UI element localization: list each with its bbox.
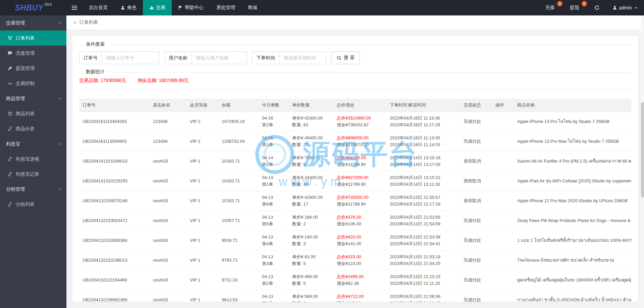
nav-help-center[interactable]: 帮助中心	[172, 0, 210, 15]
search-button[interactable]: 搜 索	[331, 51, 360, 64]
withdraw-button[interactable]: 提现 0	[564, 0, 588, 15]
sidebar-group-trade-label: 交易管理	[6, 20, 25, 26]
cell-day-orders: 04-13 第3单	[259, 250, 289, 270]
breadcrumb: » 订单列表	[66, 15, 644, 30]
sidebar-group-goods[interactable]: 商品管理	[0, 91, 66, 106]
sidebar-item-withdraw-label: 提现管理	[16, 65, 35, 72]
sidebar-group-grouping[interactable]: 分组管理	[0, 182, 66, 197]
nav-help-center-label: 帮助中心	[185, 5, 204, 11]
user-name-input[interactable]	[192, 51, 247, 64]
transactions-icon	[149, 5, 154, 10]
nav-system[interactable]: 系统管理	[210, 0, 241, 15]
cell-times: 2023年04月13日 21:10:15 2023年04月13日 21:11:2…	[386, 270, 460, 290]
order-time-input[interactable]	[279, 51, 326, 64]
search-button-label: 搜 索	[344, 55, 355, 61]
table-row: UB2304132153369384 ceshi33 VIP 1 9916.71…	[79, 230, 631, 250]
page-title: 订单列表	[79, 19, 98, 26]
cell-total-commission: 总价¥3510900.00 佣金¥736302.62	[333, 112, 386, 131]
nav-system-label: 系统管理	[216, 5, 235, 11]
sidebar-item-group-list-label: 分组列表	[16, 202, 35, 208]
cell-balance: 9613.53	[218, 290, 259, 302]
sidebar-item-recharge[interactable]: 充值管理	[0, 46, 66, 61]
cell-total-commission: 总价¥68310.00 佣金¥11789.90	[333, 151, 386, 171]
order-table-body: UB2304161115454263 123456 VIP 2 1472605.…	[79, 112, 631, 302]
nav-mall[interactable]: 商城	[241, 0, 264, 15]
page-scrollbar[interactable]	[641, 15, 644, 308]
cell-real-name: ceshi33	[150, 230, 186, 250]
sidebar-item-withdraw[interactable]: 提现管理	[0, 61, 66, 76]
cell-price-qty: 单价¥ 140.00 数量: 3	[289, 230, 333, 250]
sidebar-item-group-list[interactable]: 分组列表	[0, 197, 66, 212]
sidebar-item-interest-options[interactable]: 利息宝选项	[0, 151, 66, 167]
order-no-label: 订单号	[79, 51, 102, 64]
order-list-card: 条件搜索 订单号 用户名称 下单时间 搜 索	[72, 36, 638, 302]
cell-status: 完成付款	[460, 250, 492, 270]
cell-level: VIP 1	[186, 230, 218, 250]
cell-price-qty: 单价¥ 42900.00 数量: 17	[289, 191, 333, 211]
person-icon	[120, 5, 125, 10]
cell-real-name: ceshi33	[150, 290, 186, 302]
table-row: UB2304141315169023 ceshi33 VIP 1 10163.7…	[79, 151, 631, 171]
cell-balance: 1338732.04	[218, 131, 259, 151]
cell-total-commission: 总价¥908000.00 佣金¥133873.20	[333, 131, 386, 151]
sidebar-item-interest-records[interactable]: 利息宝记录	[0, 167, 66, 182]
nav-transactions[interactable]: 交易	[143, 0, 172, 15]
cell-actions	[492, 290, 514, 302]
nav-dashboard[interactable]: 后台首页	[83, 0, 114, 15]
cell-actions	[492, 112, 514, 131]
breadcrumb-chevrons-icon: »	[73, 19, 76, 26]
sidebar-item-goods-list[interactable]: 商品列表	[0, 106, 66, 121]
cell-level: VIP 1	[186, 270, 218, 290]
col-balance: 余额	[218, 99, 259, 112]
nav-roles[interactable]: 角色	[114, 0, 143, 15]
cell-times: 2023年04月13日 21:53:55 2023年04月13日 21:54:5…	[386, 211, 460, 230]
sidebar-toggle[interactable]	[66, 0, 83, 15]
sidebar-item-trade-control[interactable]: 交易控制	[0, 76, 66, 91]
recharge-button[interactable]: 充值 0	[539, 0, 564, 15]
scrollbar-thumb[interactable]	[641, 102, 644, 197]
sidebar-item-orders[interactable]: 订单列表	[0, 31, 66, 46]
user-name-label: 用户名称	[164, 51, 192, 64]
cell-total-commission: 总价¥2495.00 佣金¥62.38	[333, 270, 386, 290]
cell-order-no: UB2304141315169023	[79, 151, 150, 171]
cell-status: 系统取消	[460, 191, 492, 211]
cell-price-qty: 单价¥ 24400.00 数量: 38	[289, 171, 333, 191]
control-icon	[7, 81, 12, 86]
order-no-input[interactable]	[102, 51, 159, 64]
cell-price-qty: 单价¥ 45400.00 数量: 20	[289, 131, 333, 151]
sidebar-item-goods-category[interactable]: 商品分类	[0, 121, 66, 136]
cell-real-name: ceshi33	[150, 211, 186, 230]
search-icon	[336, 55, 341, 60]
cell-real-name: ceshi33	[150, 151, 186, 171]
col-product: 商品名称	[514, 99, 631, 112]
link-icon	[7, 126, 12, 131]
user-name-group: 用户名称	[164, 51, 247, 64]
cell-price-qty: 单价¥ 499.00 数量: 5	[289, 270, 333, 290]
col-day-orders: 今日单数	[259, 99, 289, 112]
refresh-button[interactable]	[588, 0, 606, 15]
cell-status: 完成付款	[460, 211, 492, 230]
sidebar-group-interest[interactable]: 利息宝	[0, 136, 66, 151]
col-status: 交易状态	[460, 99, 492, 112]
cell-total-commission: 总价¥729300.00 佣金¥11789.90	[333, 191, 386, 211]
cell-status: 系统取消	[460, 151, 492, 171]
cell-order-no: UB2304161115454263	[79, 112, 150, 131]
nav-roles-label: 角色	[127, 5, 137, 11]
sidebar-item-recharge-label: 充值管理	[16, 50, 35, 56]
chevron-down-icon	[58, 188, 62, 190]
cell-times: 2023年04月16日 11:15:45 2023年04月16日 11:17:2…	[386, 112, 460, 131]
cell-status: 完成付款	[460, 112, 492, 131]
link-icon	[7, 202, 12, 207]
cell-day-orders: 04-16 第2单	[259, 112, 289, 131]
user-menu[interactable]: admin	[606, 0, 644, 15]
top-nav: 后台首页 角色 交易 帮助中心 系统管理 商城	[83, 0, 264, 15]
sidebar-group-grouping-label: 分组管理	[6, 186, 25, 192]
cell-order-no: UB2304132153553472	[79, 211, 150, 230]
table-row: UB2304161115454263 123456 VIP 2 1472605.…	[79, 112, 631, 131]
cell-day-orders: 04-16 第1单	[259, 131, 289, 151]
sidebar-group-trade[interactable]: 交易管理	[0, 15, 66, 31]
cell-real-name: ceshi33	[150, 191, 186, 211]
col-actions: 操作	[492, 99, 514, 112]
cell-day-orders: 04-14 第2单	[259, 151, 289, 171]
cell-price-qty: 单价¥ 42300.00 数量: 83	[289, 112, 333, 131]
